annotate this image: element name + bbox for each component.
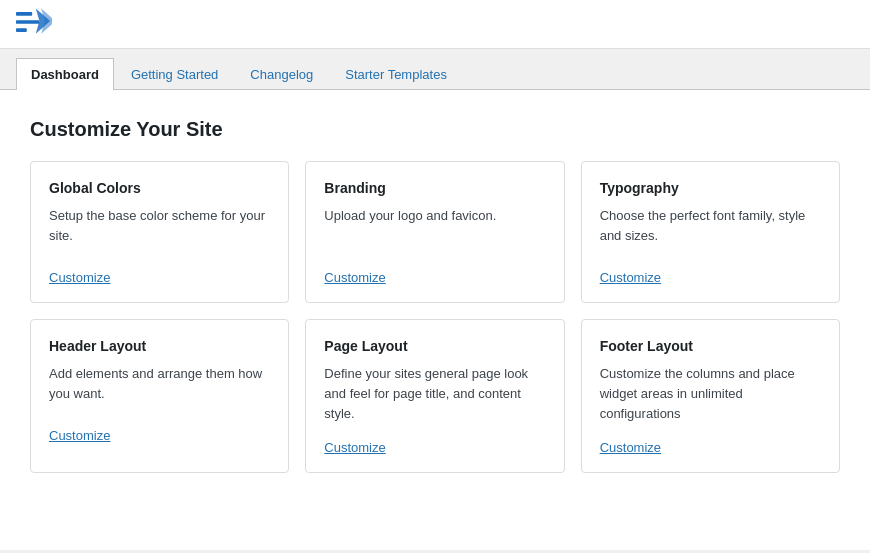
card-footer-layout-link[interactable]: Customize (600, 440, 661, 455)
card-typography-title: Typography (600, 180, 821, 196)
card-header-layout-desc: Add elements and arrange them how you wa… (49, 364, 270, 412)
card-branding: Branding Upload your logo and favicon. C… (305, 161, 564, 303)
tab-changelog[interactable]: Changelog (235, 58, 328, 90)
svg-rect-2 (16, 28, 27, 32)
logo (16, 8, 52, 40)
section-title: Customize Your Site (30, 118, 840, 141)
tab-getting-started[interactable]: Getting Started (116, 58, 233, 90)
card-footer-layout: Footer Layout Customize the columns and … (581, 319, 840, 473)
card-footer-layout-title: Footer Layout (600, 338, 821, 354)
svg-rect-0 (16, 12, 32, 16)
cards-grid: Global Colors Setup the base color schem… (30, 161, 840, 473)
card-header-layout-title: Header Layout (49, 338, 270, 354)
card-typography-link[interactable]: Customize (600, 270, 661, 285)
card-typography: Typography Choose the perfect font famil… (581, 161, 840, 303)
card-global-colors: Global Colors Setup the base color schem… (30, 161, 289, 303)
card-header-layout: Header Layout Add elements and arrange t… (30, 319, 289, 473)
card-page-layout: Page Layout Define your sites general pa… (305, 319, 564, 473)
card-branding-link[interactable]: Customize (324, 270, 385, 285)
card-global-colors-title: Global Colors (49, 180, 270, 196)
card-footer-layout-desc: Customize the columns and place widget a… (600, 364, 821, 424)
card-global-colors-link[interactable]: Customize (49, 270, 110, 285)
card-header-layout-link[interactable]: Customize (49, 428, 110, 443)
card-page-layout-desc: Define your sites general page look and … (324, 364, 545, 424)
tab-dashboard[interactable]: Dashboard (16, 58, 114, 90)
top-bar (0, 0, 870, 49)
card-page-layout-link[interactable]: Customize (324, 440, 385, 455)
svg-rect-1 (16, 20, 39, 24)
card-branding-title: Branding (324, 180, 545, 196)
card-branding-desc: Upload your logo and favicon. (324, 206, 545, 254)
tab-starter-templates[interactable]: Starter Templates (330, 58, 462, 90)
card-typography-desc: Choose the perfect font family, style an… (600, 206, 821, 254)
card-page-layout-title: Page Layout (324, 338, 545, 354)
main-content: Customize Your Site Global Colors Setup … (0, 90, 870, 550)
card-global-colors-desc: Setup the base color scheme for your sit… (49, 206, 270, 254)
tabs-bar: Dashboard Getting Started Changelog Star… (0, 49, 870, 90)
